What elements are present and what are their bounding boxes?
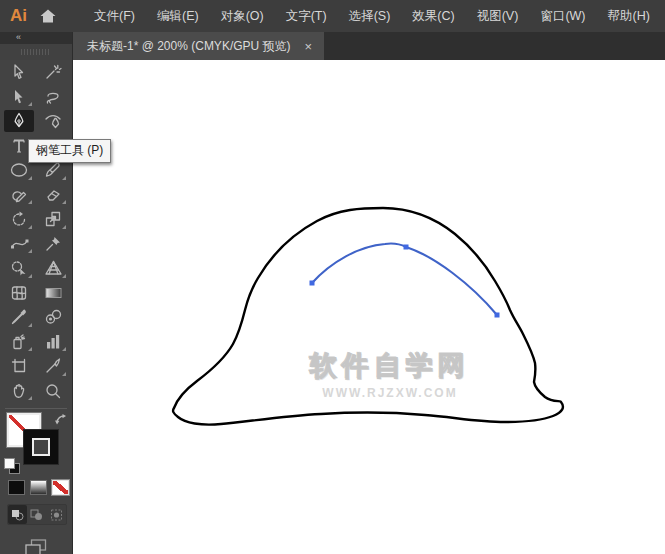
ellipse-icon [9,161,29,179]
draw-inside-icon [50,509,63,521]
panel-grip[interactable] [0,44,72,60]
eraser-tool[interactable] [36,183,70,208]
menu-window[interactable]: 窗口(W) [529,2,596,31]
document-tab-bar: 未标题-1* @ 200% (CMYK/GPU 预览) × [73,32,665,60]
none-button[interactable] [52,480,69,495]
shape-builder-icon [10,259,29,277]
helmet-outline-path[interactable] [173,208,563,425]
screen-mode-button[interactable] [0,539,72,554]
illustrator-window: Ai 文件(F) 编辑(E) 对象(O) 文字(T) 选择(S) 效果(C) 视… [0,0,665,554]
panel-collapse-button[interactable]: « [0,32,72,44]
paint-type-buttons [0,480,72,495]
pencil-icon [10,186,28,204]
draw-normal-icon [11,509,24,521]
artboard-tool[interactable] [2,354,36,379]
width-tool[interactable] [2,232,36,257]
pen-path-segment[interactable] [312,244,497,315]
pen-icon [10,112,28,130]
selection-tool[interactable] [2,60,36,85]
scale-icon [44,210,62,228]
draw-behind-mode[interactable] [27,505,46,524]
knife-icon [44,357,62,375]
curvature-tool[interactable] [36,109,70,134]
menu-bar: Ai 文件(F) 编辑(E) 对象(O) 文字(T) 选择(S) 效果(C) 视… [0,0,665,32]
puppet-warp-tool[interactable] [36,232,70,257]
home-button[interactable] [39,6,57,26]
tools-panel: « [0,32,73,554]
workspace-switcher[interactable] [661,8,665,24]
gradient-button[interactable] [30,480,47,495]
shape-builder-tool[interactable] [2,256,36,281]
mini-fill-square [5,459,14,468]
pen-tool[interactable] [2,109,36,134]
gradient-icon [44,284,63,302]
menu-effect[interactable]: 效果(C) [401,2,465,31]
blend-tool[interactable] [36,305,70,330]
selection-arrow-icon [10,63,28,81]
draw-normal-mode[interactable] [8,505,27,524]
symbol-sprayer-icon [10,333,28,351]
direct-selection-tool[interactable] [2,85,36,110]
hand-tool[interactable] [2,379,36,404]
screen-mode-icon [25,539,47,554]
stroke-swatch-hole [32,438,50,456]
artboard-canvas[interactable]: 软件自学网 WWW.RJZXW.COM [73,60,665,554]
artwork-layer [73,60,665,554]
document-tab[interactable]: 未标题-1* @ 200% (CMYK/GPU 预览) × [73,32,324,60]
zoom-tool[interactable] [36,379,70,404]
perspective-grid-icon [44,259,63,277]
tool-grid [0,60,72,403]
symbol-sprayer-tool[interactable] [2,330,36,355]
menu-items: 文件(F) 编辑(E) 对象(O) 文字(T) 选择(S) 效果(C) 视图(V… [83,2,661,31]
bar-chart-icon [44,333,62,351]
magic-wand-icon [44,63,62,81]
perspective-grid-tool[interactable] [36,256,70,281]
work-area: 未标题-1* @ 200% (CMYK/GPU 预览) × 软件自学网 WWW.… [73,32,665,554]
draw-inside-mode[interactable] [47,505,66,524]
menu-object[interactable]: 对象(O) [210,2,275,31]
width-icon [10,235,29,253]
blend-icon [44,308,63,326]
menu-view[interactable]: 视图(V) [466,2,530,31]
eyedropper-icon [10,308,28,326]
tab-close-icon[interactable]: × [305,40,313,53]
pushpin-icon [44,235,62,253]
magnifier-icon [44,382,62,400]
anchor-point-left[interactable] [310,281,315,286]
scale-tool[interactable] [36,207,70,232]
home-icon [39,8,57,24]
anchor-point-top[interactable] [404,245,409,250]
pencil-tool[interactable] [2,183,36,208]
magic-wand-tool[interactable] [36,60,70,85]
menu-help[interactable]: 帮助(H) [597,2,661,31]
column-graph-tool[interactable] [36,330,70,355]
curvature-pen-icon [44,112,63,130]
app-logo[interactable]: Ai [10,6,27,26]
color-button[interactable] [8,480,25,495]
paintbrush-icon [44,161,62,179]
eyedropper-tool[interactable] [2,305,36,330]
menu-file[interactable]: 文件(F) [83,2,146,31]
lasso-tool[interactable] [36,85,70,110]
stroke-swatch-black[interactable] [24,430,58,464]
drawing-mode-buttons [7,504,67,525]
menu-type[interactable]: 文字(T) [275,2,338,31]
pen-tool-tooltip: 钢笔工具 (P) [28,139,111,163]
eraser-icon [44,186,62,204]
grip-dots-icon [21,49,51,55]
gradient-tool[interactable] [36,281,70,306]
lasso-icon [44,88,62,106]
toolbar-divider [5,408,67,409]
rotate-tool[interactable] [2,207,36,232]
direct-selection-arrow-icon [10,88,28,106]
mesh-tool[interactable] [2,281,36,306]
hand-icon [10,382,28,400]
fill-stroke-group [0,412,72,476]
swap-fill-stroke-icon[interactable] [54,413,68,426]
document-tab-title: 未标题-1* @ 200% (CMYK/GPU 预览) [87,38,291,55]
default-fill-stroke-icon[interactable] [5,459,19,473]
slice-tool[interactable] [36,354,70,379]
menu-select[interactable]: 选择(S) [338,2,402,31]
anchor-point-right[interactable] [495,313,500,318]
menu-edit[interactable]: 编辑(E) [146,2,210,31]
